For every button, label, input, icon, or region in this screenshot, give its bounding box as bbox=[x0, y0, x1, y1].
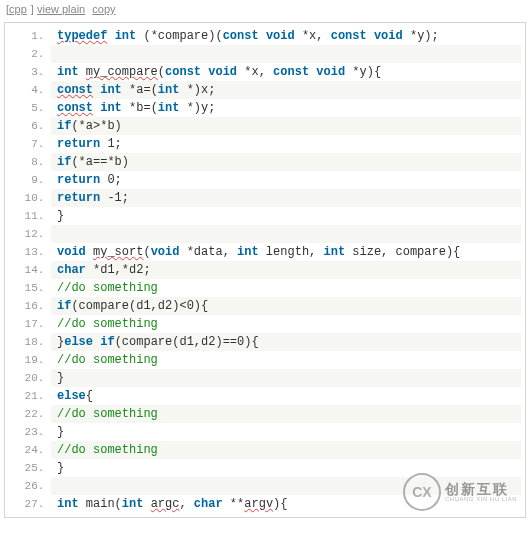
code-line bbox=[51, 45, 521, 63]
code-line bbox=[51, 225, 521, 243]
code-line: else{ bbox=[51, 387, 521, 405]
code-line: //do something bbox=[51, 315, 521, 333]
view-plain-link[interactable]: view plain bbox=[37, 3, 85, 15]
watermark: CX 创新互联 CHUANG XIN HU LIAN bbox=[403, 473, 517, 511]
code-line: void my_sort(void *data, int length, int… bbox=[51, 243, 521, 261]
code-line: //do something bbox=[51, 441, 521, 459]
code-line: //do something bbox=[51, 279, 521, 297]
code-line: return 1; bbox=[51, 135, 521, 153]
code-line: //do something bbox=[51, 351, 521, 369]
code-line: char *d1,*d2; bbox=[51, 261, 521, 279]
toolbar: [cpp] view plain copy bbox=[0, 0, 530, 18]
code-line: if(compare(d1,d2)<0){ bbox=[51, 297, 521, 315]
code-line: if(*a==*b) bbox=[51, 153, 521, 171]
watermark-text: 创新互联 CHUANG XIN HU LIAN bbox=[445, 482, 517, 502]
copy-link[interactable]: copy bbox=[92, 3, 115, 15]
code-line: //do something bbox=[51, 405, 521, 423]
lang-link[interactable]: cpp bbox=[9, 3, 27, 15]
code-block: typedef int (*compare)(const void *x, co… bbox=[4, 22, 526, 518]
bracket-close: ] bbox=[31, 3, 34, 15]
code-line: const int *b=(int *)y; bbox=[51, 99, 521, 117]
watermark-cn: 创新互联 bbox=[445, 482, 517, 496]
code-list: typedef int (*compare)(const void *x, co… bbox=[9, 27, 521, 513]
code-line: }else if(compare(d1,d2)==0){ bbox=[51, 333, 521, 351]
code-line: return 0; bbox=[51, 171, 521, 189]
code-line: return -1; bbox=[51, 189, 521, 207]
code-line: } bbox=[51, 369, 521, 387]
code-line: } bbox=[51, 207, 521, 225]
watermark-logo-icon: CX bbox=[403, 473, 441, 511]
code-line: } bbox=[51, 423, 521, 441]
code-line: int my_compare(const void *x, const void… bbox=[51, 63, 521, 81]
code-line: if(*a>*b) bbox=[51, 117, 521, 135]
code-line: const int *a=(int *)x; bbox=[51, 81, 521, 99]
code-line: typedef int (*compare)(const void *x, co… bbox=[51, 27, 521, 45]
watermark-en: CHUANG XIN HU LIAN bbox=[445, 496, 517, 502]
